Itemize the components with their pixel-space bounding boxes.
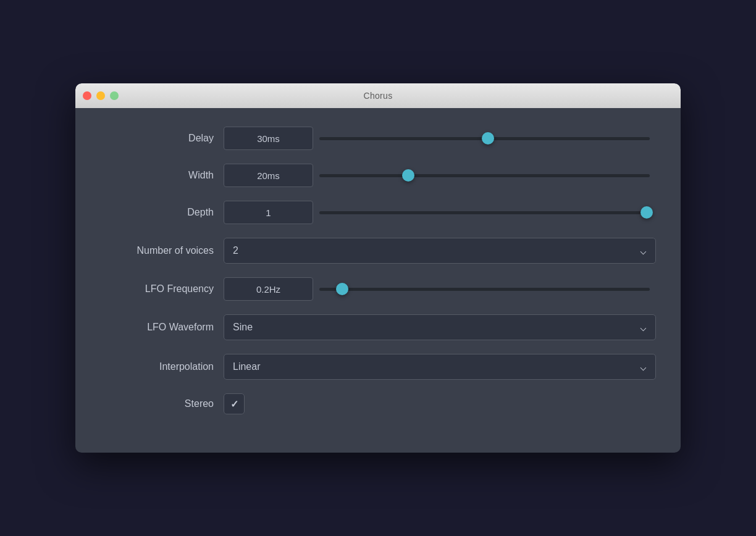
depth-slider-track[interactable]	[319, 211, 650, 214]
interpolation-row: Interpolation Linear ⌵	[100, 354, 656, 380]
width-slider-track[interactable]	[319, 174, 650, 177]
width-value[interactable]: 20ms	[224, 164, 313, 187]
lfo-freq-value[interactable]: 0.2Hz	[224, 277, 313, 301]
depth-label: Depth	[100, 207, 224, 218]
content-area: Delay 30ms Width 20ms Depth 1	[75, 108, 681, 453]
delay-value[interactable]: 30ms	[224, 127, 313, 150]
interpolation-label: Interpolation	[100, 361, 224, 372]
lfo-freq-slider-thumb[interactable]	[336, 283, 348, 295]
stereo-check-icon: ✓	[230, 398, 238, 410]
voices-dropdown-value: 2	[233, 245, 238, 256]
interpolation-chevron-icon: ⌵	[640, 360, 647, 374]
stereo-label: Stereo	[100, 398, 224, 409]
voices-label: Number of voices	[100, 245, 224, 256]
interpolation-dropdown-container: Linear ⌵	[224, 354, 656, 380]
lfo-freq-slider-container	[313, 277, 656, 301]
interpolation-dropdown[interactable]: Linear ⌵	[224, 354, 656, 380]
voices-dropdown[interactable]: 2 ⌵	[224, 238, 656, 264]
voices-dropdown-container: 2 ⌵	[224, 238, 656, 264]
width-slider-container	[313, 164, 656, 187]
width-row: Width 20ms	[100, 164, 656, 187]
depth-slider-thumb[interactable]	[640, 206, 653, 219]
width-slider-thumb[interactable]	[402, 169, 414, 182]
lfo-freq-slider-track[interactable]	[319, 288, 650, 291]
depth-slider-container	[313, 201, 656, 224]
delay-slider-container	[313, 127, 656, 150]
stereo-checkbox[interactable]: ✓	[224, 393, 245, 414]
window-title: Chorus	[364, 91, 393, 101]
lfo-waveform-chevron-icon: ⌵	[640, 320, 647, 334]
delay-row: Delay 30ms	[100, 127, 656, 150]
stereo-row: Stereo ✓	[100, 393, 656, 414]
delay-label: Delay	[100, 133, 224, 144]
depth-row: Depth 1	[100, 201, 656, 224]
delay-slider-thumb[interactable]	[482, 132, 494, 144]
lfo-waveform-label: LFO Waveform	[100, 322, 224, 333]
interpolation-dropdown-value: Linear	[233, 361, 260, 372]
chorus-window: Chorus Delay 30ms Width 20ms De	[75, 83, 681, 453]
maximize-button[interactable]	[110, 91, 119, 100]
lfo-freq-label: LFO Frequency	[100, 283, 224, 295]
depth-value[interactable]: 1	[224, 201, 313, 224]
lfo-waveform-row: LFO Waveform Sine ⌵	[100, 314, 656, 340]
delay-slider-track[interactable]	[319, 137, 650, 140]
lfo-waveform-dropdown-container: Sine ⌵	[224, 314, 656, 340]
minimize-button[interactable]	[96, 91, 105, 100]
lfo-waveform-dropdown[interactable]: Sine ⌵	[224, 314, 656, 340]
lfo-waveform-dropdown-value: Sine	[233, 322, 253, 333]
title-bar: Chorus	[75, 83, 681, 108]
width-label: Width	[100, 170, 224, 181]
voices-chevron-icon: ⌵	[640, 244, 647, 258]
close-button[interactable]	[83, 91, 91, 100]
voices-row: Number of voices 2 ⌵	[100, 238, 656, 264]
window-controls	[83, 91, 119, 100]
lfo-freq-row: LFO Frequency 0.2Hz	[100, 277, 656, 301]
